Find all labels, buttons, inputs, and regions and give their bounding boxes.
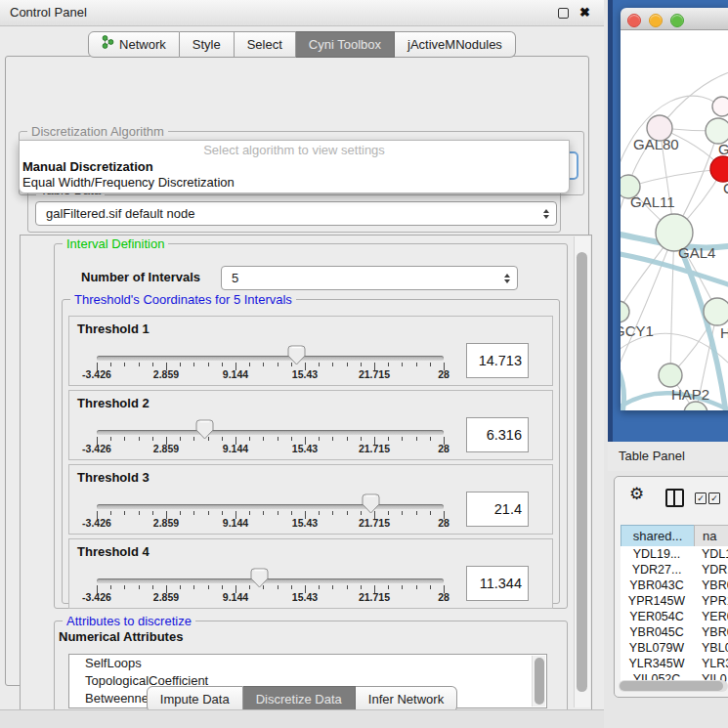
name-cell[interactable]: YPR1 xyxy=(702,593,728,609)
shared-name-cell[interactable]: YPR145W xyxy=(621,593,693,609)
name-cell[interactable]: YBL0 xyxy=(702,640,728,656)
float-window-icon[interactable] xyxy=(558,8,569,19)
shared-name-cell[interactable]: YER054C xyxy=(621,609,693,624)
network-node[interactable] xyxy=(659,364,682,387)
name-cell[interactable]: YBR0 xyxy=(702,578,728,593)
shared-name-cell[interactable]: YBR043C xyxy=(621,578,693,593)
slider-tick xyxy=(291,437,292,441)
algorithm-option-manual[interactable]: Manual Discretization xyxy=(22,159,153,174)
checkbox-icon[interactable]: ✓ xyxy=(708,492,720,504)
table-panel-title: Table Panel xyxy=(619,442,685,471)
settings-vertical-scrollbar[interactable] xyxy=(574,236,590,707)
table-horizontal-scrollbar[interactable] xyxy=(619,680,728,692)
threshold-value-field[interactable]: 11.344 xyxy=(466,566,529,601)
name-cell[interactable]: YLR3 xyxy=(702,656,728,671)
slider-tick xyxy=(124,363,125,366)
slider-thumb[interactable] xyxy=(195,419,214,440)
slider-tick xyxy=(319,363,320,366)
name-cell[interactable]: YDR2 xyxy=(702,562,728,578)
slider-track[interactable] xyxy=(97,504,444,509)
tab-style[interactable]: Style xyxy=(180,31,235,58)
column-header-shared-name[interactable]: shared... xyxy=(621,525,695,547)
slider-thumb[interactable] xyxy=(362,493,380,514)
shared-name-cell[interactable]: YLR345W xyxy=(621,656,693,671)
tab-infer-network[interactable]: Infer Network xyxy=(356,686,457,712)
name-cell[interactable]: YBR0 xyxy=(702,624,728,640)
column-header-name[interactable]: na xyxy=(694,525,728,547)
zoom-traffic-light-icon[interactable] xyxy=(670,14,684,27)
slider-tick xyxy=(139,437,140,441)
slider-tick-label: 28 xyxy=(438,591,450,603)
thresholds-coordinates-group: Threshold's Coordinates for 5 Intervals … xyxy=(62,299,560,604)
shared-name-cell[interactable]: YDR27... xyxy=(621,562,693,578)
slider-tick xyxy=(278,511,278,515)
slider-tick xyxy=(402,363,403,366)
number-of-intervals-combobox[interactable]: 5 xyxy=(221,266,518,290)
shared-name-cell[interactable]: YBL079W xyxy=(621,640,693,656)
table-row[interactable]: YDL19...YDL1 xyxy=(621,546,728,562)
shared-name-cell[interactable]: YDL19... xyxy=(621,546,693,562)
tab-select[interactable]: Select xyxy=(235,31,296,58)
algorithm-option-equal-width[interactable]: Equal Width/Frequency Discretization xyxy=(22,175,235,190)
shared-name-cell[interactable]: YBR045C xyxy=(621,624,693,640)
network-canvas[interactable]: GAL80GACGAL11GAL4GCY1HHAP2 xyxy=(621,30,728,410)
attribute-list-item[interactable]: SelfLoops xyxy=(69,655,546,672)
table-row[interactable]: YBR045CYBR0 xyxy=(621,624,728,640)
slider-tick xyxy=(208,363,209,366)
minimize-traffic-light-icon[interactable] xyxy=(649,14,663,27)
threshold-value-field[interactable]: 6.316 xyxy=(466,417,529,452)
close-icon[interactable]: ✖ xyxy=(579,4,590,21)
close-traffic-light-icon[interactable] xyxy=(627,14,641,27)
name-cell[interactable]: YDL1 xyxy=(702,546,728,562)
network-window-titlebar[interactable] xyxy=(621,8,728,30)
slider-tick-label: 21.715 xyxy=(359,591,390,603)
tab-network[interactable]: Network xyxy=(88,31,180,58)
slider-tick-label: -3.426 xyxy=(82,443,111,454)
settings-scrollbar-thumb[interactable] xyxy=(577,252,587,692)
tab-discretize-data-label: Discretize Data xyxy=(256,687,342,711)
slider-track[interactable] xyxy=(97,430,444,435)
network-node-label: HAP2 xyxy=(671,386,709,403)
slider-tick xyxy=(388,363,389,366)
slider-tick-label: 15.43 xyxy=(292,443,318,454)
table-data-combobox[interactable]: galFiltered.sif default node xyxy=(35,201,557,226)
number-of-intervals-label: Number of Intervals xyxy=(81,270,200,284)
table-scrollbar-thumb[interactable] xyxy=(620,681,723,691)
slider-tick-label: 9.144 xyxy=(223,443,248,454)
network-node[interactable] xyxy=(684,402,707,410)
threshold-value-field[interactable]: 21.4 xyxy=(466,492,529,527)
stepper-arrows-icon xyxy=(543,209,549,219)
slider-tick xyxy=(416,511,417,515)
threshold-value-field[interactable]: 14.713 xyxy=(466,343,529,378)
tab-jactivemnodules[interactable]: jActiveMNodules xyxy=(395,31,516,58)
network-node[interactable] xyxy=(621,301,629,322)
slider-tick xyxy=(361,585,362,589)
checkbox-icon[interactable]: ✓ xyxy=(695,492,707,504)
tab-discretize-data[interactable]: Discretize Data xyxy=(243,686,356,712)
table-row[interactable]: YPR145WYPR1 xyxy=(621,593,728,609)
slider-tick xyxy=(208,511,209,515)
slider-track[interactable] xyxy=(97,356,444,361)
columns-icon[interactable] xyxy=(665,489,684,507)
name-cell[interactable]: YER0 xyxy=(702,609,728,624)
table-row[interactable]: YBL079WYBL0 xyxy=(621,640,728,656)
slider-tick xyxy=(193,585,194,589)
gear-icon[interactable]: ⚙ xyxy=(629,484,644,504)
slider-tick xyxy=(180,363,181,366)
network-node[interactable] xyxy=(712,97,728,116)
tab-impute-data[interactable]: Impute Data xyxy=(147,686,243,712)
slider-thumb[interactable] xyxy=(250,568,269,588)
slider-tick-label: 15.43 xyxy=(292,517,318,529)
table-row[interactable]: YDR27...YDR2 xyxy=(621,562,728,578)
table-row[interactable]: YER054CYER0 xyxy=(621,609,728,624)
table-row[interactable]: YLR345WYLR3 xyxy=(621,656,728,671)
network-node[interactable] xyxy=(710,156,728,182)
table-row[interactable]: YBR043CYBR0 xyxy=(621,578,728,593)
slider-tick-label: 2.859 xyxy=(153,517,179,529)
slider-thumb[interactable] xyxy=(287,345,306,365)
slider-track[interactable] xyxy=(97,578,444,583)
slider-tick-label: 21.715 xyxy=(359,443,390,454)
slider-tick xyxy=(110,437,111,441)
tab-cyni-toolbox[interactable]: Cyni Toolbox xyxy=(296,31,395,58)
network-node[interactable] xyxy=(704,298,728,325)
